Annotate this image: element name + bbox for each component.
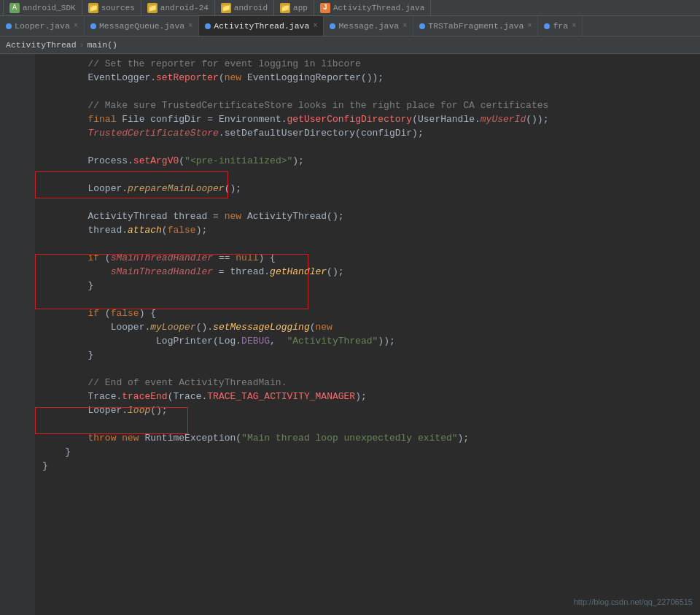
folder-icon-4: 📁 [280,3,290,13]
breadcrumb-class[interactable]: ActivityThread [6,40,77,50]
code-line-28: throw new RuntimeException("Main thread … [42,431,700,445]
code-line-14 [42,237,700,251]
java-icon: J [320,3,330,13]
close-msg[interactable]: × [402,22,407,30]
fra-dot [544,23,550,29]
looper-dot [6,23,12,29]
code-line-5: final File configDir = Environment.getUs… [42,112,700,126]
top-tab-android-sdk[interactable]: A android_SDK [3,0,82,15]
code-line-1: // Set the reporter for event logging in… [42,57,700,71]
code-line-16: sMainThreadHandler = thread.getHandler()… [42,265,700,279]
tab-looper[interactable]: Looper.java × [0,16,85,36]
folder-icon: 📁 [88,3,98,13]
code-line-8: Process.setArgV0("<pre-initialized>"); [42,154,700,168]
at-dot [205,23,211,29]
breadcrumb-method[interactable]: main() [88,40,117,50]
folder-icon-3: 📁 [221,3,231,13]
code-line-22: } [42,348,700,362]
code-line-3 [42,85,700,98]
breadcrumb-bar: ActivityThread › main() [0,36,700,54]
top-tab-android24[interactable]: 📁 android-24 [141,0,215,15]
code-line-24: // End of event ActivityThreadMain. [42,376,700,390]
code-line-2: EventLogger.setReporter(new EventLogging… [42,71,700,85]
code-line-23 [42,362,700,376]
tab-message[interactable]: Message.java × [324,16,413,36]
code-line-12: ActivityThread thread = new ActivityThre… [42,209,700,223]
code-line-26: Looper.loop(); [42,403,700,417]
trs-dot [419,23,425,29]
tab-trstab[interactable]: TRSTabFragment.java × [413,16,538,36]
watermark: http://blog.csdn.net/qq_22706515 [574,595,693,609]
code-line-20: Looper.myLooper().setMessageLogging(new [42,320,700,334]
code-editor: // Set the reporter for event logging in… [0,54,700,615]
code-line-25: Trace.traceEnd(Trace.TRACE_TAG_ACTIVITY_… [42,390,700,403]
top-tab-android[interactable]: 📁 android [215,0,274,15]
close-trs[interactable]: × [527,22,532,30]
top-tab-activitythread[interactable]: J ActivityThread.java [314,0,431,15]
code-content[interactable]: // Set the reporter for event logging in… [35,54,700,615]
code-line-19: if (false) { [42,306,700,320]
top-tabs-bar: A android_SDK 📁 sources 📁 android-24 📁 a… [0,0,700,16]
code-line-4: // Make sure TrustedCertificateStore loo… [42,98,700,112]
left-margin [0,54,13,615]
breadcrumb-sep: › [79,40,85,50]
mq-dot [90,23,96,29]
tab-activitythread[interactable]: ActivityThread.java × [199,16,324,36]
close-at[interactable]: × [313,22,317,30]
code-line-10: Looper.prepareMainLooper(); [42,182,700,196]
close-looper[interactable]: × [74,22,78,30]
code-line-30: } [42,459,700,473]
code-line-15: if (sMainThreadHandler == null) { [42,251,700,265]
code-line-9 [42,168,700,182]
msg-dot [330,23,335,29]
code-line-6: TrustedCertificateStore.setDefaultUserDi… [42,126,700,140]
code-line-27 [42,417,700,431]
top-tab-sources[interactable]: 📁 sources [82,0,141,15]
editor-tabs-bar: Looper.java × MessageQueue.java × Activi… [0,16,700,36]
code-line-29: } [42,445,700,459]
code-line-18 [42,293,700,306]
code-line-21: LogPrinter(Log.DEBUG, "ActivityThread"))… [42,334,700,348]
tab-messagequeue[interactable]: MessageQueue.java × [85,16,199,36]
folder-icon-2: 📁 [147,3,158,13]
code-line-17: } [42,279,700,293]
code-line-7 [42,140,700,154]
top-tab-app[interactable]: 📁 app [274,0,314,15]
close-mq[interactable]: × [188,22,192,30]
code-line-13: thread.attach(false); [42,223,700,237]
code-line-11 [42,196,700,209]
tab-fra[interactable]: fra × [538,16,583,36]
android-icon: A [9,3,20,13]
close-fra[interactable]: × [572,22,576,30]
line-numbers [13,54,35,615]
